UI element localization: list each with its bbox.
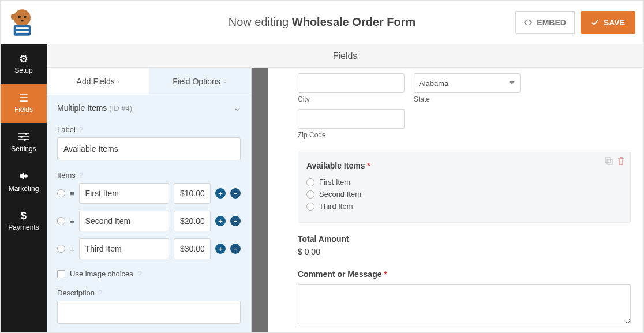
- help-icon[interactable]: ?: [98, 289, 102, 297]
- remove-item-button[interactable]: －: [230, 244, 241, 254]
- bullhorn-icon: [18, 171, 29, 182]
- item-price-input[interactable]: [174, 211, 211, 231]
- svg-point-1: [18, 15, 21, 18]
- remove-item-button[interactable]: －: [230, 216, 241, 226]
- section-id: (ID #4): [109, 104, 132, 113]
- use-image-choices-label: Use image choices: [70, 270, 133, 278]
- comment-label: Comment or Message *: [298, 270, 387, 279]
- available-items-field[interactable]: Available Items * First Item Second Item…: [298, 152, 631, 223]
- save-button[interactable]: SAVE: [581, 11, 635, 34]
- nav-setup[interactable]: ⚙ Setup: [1, 44, 47, 84]
- section-header[interactable]: Multiple Items (ID #4) ⌄: [47, 95, 251, 121]
- nav-marketing[interactable]: Marketing: [1, 162, 47, 201]
- preview-radio-option[interactable]: Third Item: [306, 202, 622, 211]
- svg-rect-6: [16, 31, 29, 32]
- item-default-radio[interactable]: [57, 217, 65, 225]
- section-title: Multiple Items: [57, 103, 107, 113]
- dollar-icon: $: [21, 211, 27, 221]
- item-price-input[interactable]: [174, 183, 211, 204]
- brand-logo: [1, 1, 46, 44]
- preview-radio-option[interactable]: First Item: [306, 178, 622, 186]
- page-title: Now editing Wholesale Order Form: [229, 16, 416, 29]
- comment-field: Comment or Message *: [298, 269, 631, 327]
- description-input[interactable]: [57, 301, 241, 324]
- gear-icon: ⚙: [19, 54, 28, 64]
- title-prefix: Now editing: [229, 16, 292, 28]
- field-options-panel: Add Fields › Field Options ⌄ Multiple It…: [47, 68, 252, 333]
- item-default-radio[interactable]: [57, 189, 65, 197]
- help-icon[interactable]: ?: [138, 270, 142, 278]
- chevron-right-icon: ›: [117, 78, 119, 85]
- panel-tabs: Add Fields › Field Options ⌄: [47, 68, 251, 95]
- use-image-choices-checkbox[interactable]: [57, 270, 65, 278]
- item-default-radio[interactable]: [57, 245, 65, 253]
- form-preview: City Alabama State Zip Code: [268, 68, 643, 333]
- svg-rect-4: [14, 25, 31, 35]
- label-label: Label ?: [57, 125, 241, 134]
- state-select[interactable]: Alabama: [414, 73, 521, 93]
- item-name-input[interactable]: [79, 211, 169, 231]
- code-icon: [524, 18, 532, 27]
- chevron-down-icon: ⌄: [234, 103, 241, 113]
- help-icon[interactable]: ?: [79, 171, 83, 179]
- description-label: Description ?: [57, 289, 241, 297]
- form-name: Wholesale Order Form: [292, 16, 416, 28]
- drag-handle-icon[interactable]: ≡: [70, 248, 74, 250]
- duplicate-icon[interactable]: [605, 157, 613, 167]
- total-amount-field: Total Amount $ 0.00: [298, 234, 631, 256]
- city-sublabel: City: [298, 95, 405, 103]
- drag-handle-icon[interactable]: ≡: [70, 193, 74, 194]
- top-actions: EMBED SAVE: [515, 11, 635, 34]
- item-name-input[interactable]: [79, 238, 169, 259]
- available-items-label: Available Items *: [306, 161, 370, 170]
- left-nav: ⚙ Setup ☰ Fields Settings Marketing $ Pa…: [1, 44, 47, 333]
- remove-item-button[interactable]: －: [230, 188, 241, 199]
- city-input[interactable]: [298, 73, 405, 93]
- state-sublabel: State: [414, 95, 521, 103]
- total-value: $ 0.00: [298, 247, 631, 256]
- add-item-button[interactable]: ＋: [215, 188, 226, 199]
- item-price-input[interactable]: [174, 238, 211, 259]
- item-row: ≡ ＋ －: [57, 211, 241, 231]
- svg-rect-10: [605, 158, 611, 163]
- sliders-icon: [18, 132, 29, 143]
- item-name-input[interactable]: [79, 183, 169, 204]
- embed-button[interactable]: EMBED: [515, 11, 575, 34]
- comment-textarea[interactable]: [298, 284, 631, 324]
- list-icon: ☰: [19, 93, 28, 103]
- label-input[interactable]: [57, 137, 241, 160]
- total-label: Total Amount: [298, 234, 631, 244]
- zip-sublabel: Zip Code: [298, 131, 405, 139]
- chevron-down-icon: ⌄: [223, 78, 227, 84]
- svg-rect-11: [607, 159, 612, 164]
- nav-payments[interactable]: $ Payments: [1, 201, 47, 241]
- item-row: ≡ ＋ －: [57, 183, 241, 204]
- tab-field-options[interactable]: Field Options ⌄: [149, 68, 251, 95]
- item-row: ≡ ＋ －: [57, 238, 241, 259]
- tab-add-fields[interactable]: Add Fields ›: [47, 68, 149, 95]
- svg-point-8: [20, 136, 23, 138]
- use-image-choices-row: Use image choices ?: [57, 270, 241, 278]
- help-icon[interactable]: ?: [79, 125, 83, 134]
- preview-radio-option[interactable]: Second Item: [306, 190, 622, 199]
- items-label: Items ?: [57, 171, 241, 179]
- field-tools: [605, 157, 624, 167]
- delete-icon[interactable]: [617, 157, 624, 167]
- check-icon: [591, 18, 599, 27]
- panel-gap: [252, 68, 268, 333]
- drag-handle-icon[interactable]: ≡: [70, 220, 74, 222]
- nav-settings[interactable]: Settings: [1, 123, 47, 162]
- svg-rect-5: [16, 27, 29, 29]
- svg-point-7: [25, 133, 27, 135]
- add-item-button[interactable]: ＋: [215, 216, 226, 226]
- svg-point-9: [24, 139, 26, 141]
- svg-point-3: [21, 20, 24, 21]
- nav-fields[interactable]: ☰ Fields: [1, 84, 47, 123]
- svg-point-2: [24, 15, 27, 18]
- zip-input[interactable]: [298, 109, 405, 129]
- add-item-button[interactable]: ＋: [215, 244, 226, 254]
- top-bar: Now editing Wholesale Order Form EMBED S…: [1, 1, 643, 44]
- editor-header: Fields: [47, 44, 643, 68]
- svg-point-0: [14, 9, 31, 26]
